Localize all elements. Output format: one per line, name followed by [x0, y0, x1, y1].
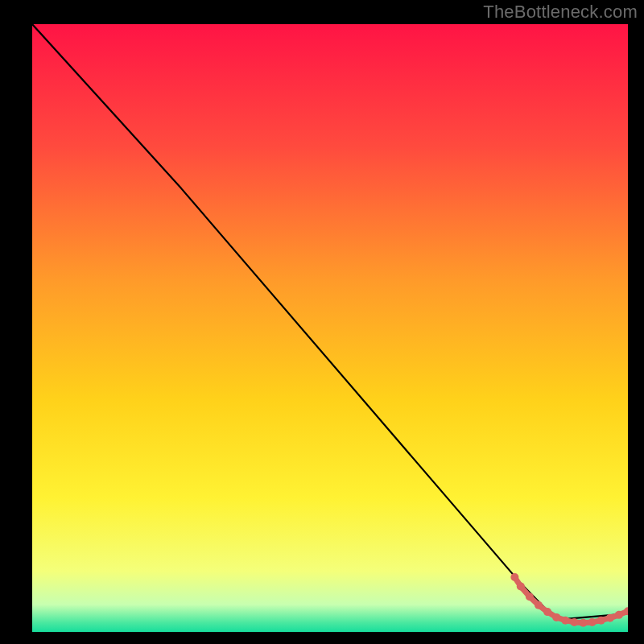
marker-highlight-segment: [510, 573, 518, 581]
marker-highlight-segment: [588, 618, 597, 626]
marker-highlight-segment: [570, 618, 578, 626]
marker-highlight-segment: [526, 592, 534, 601]
marker-highlight-segment: [552, 613, 560, 621]
gradient-background: [32, 24, 628, 632]
chart-plot: [32, 24, 628, 632]
marker-highlight-segment: [615, 611, 623, 619]
marker-highlight-segment: [535, 601, 543, 609]
marker-highlight-segment: [580, 619, 588, 627]
marker-highlight-segment: [606, 614, 614, 622]
marker-highlight-segment: [543, 608, 551, 616]
marker-highlight-segment: [561, 617, 569, 625]
chart-frame: TheBottleneck.com: [0, 0, 644, 644]
chart-svg: [32, 24, 628, 632]
attribution-label: TheBottleneck.com: [483, 2, 638, 23]
marker-highlight-segment: [597, 617, 605, 625]
marker-highlight-segment: [517, 582, 525, 590]
